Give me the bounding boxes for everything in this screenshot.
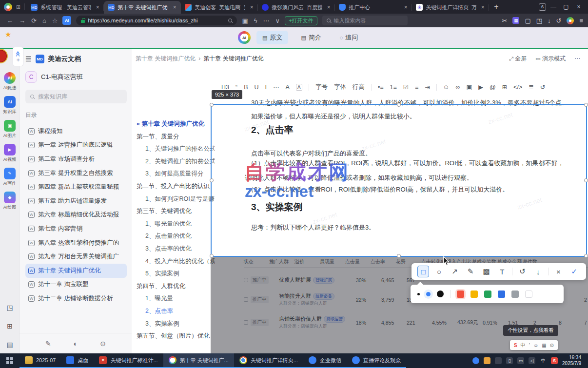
- url-text[interactable]: https://os.medeyun.com/file/zhishiku/cla…: [88, 18, 225, 23]
- ai-doc-tab[interactable]: ◌ 追问: [334, 31, 364, 44]
- tray-icon[interactable]: ▯: [506, 357, 513, 364]
- toc-item[interactable]: 2、关键词推广的扣费公式: [137, 155, 215, 168]
- toc-item[interactable]: 1、如何判定ROI是亏是赚: [137, 193, 215, 206]
- taskbar-app[interactable]: 桌面: [61, 353, 94, 368]
- editor-tool[interactable]: 字号: [315, 83, 328, 91]
- column-header[interactable]: 点击量: [345, 258, 371, 265]
- toc-item[interactable]: 1、关键词推广的排名公式: [137, 143, 215, 155]
- toolbar-icon[interactable]: ◳: [536, 17, 542, 24]
- toolbar-icon[interactable]: ⋯: [263, 17, 270, 24]
- ime-toolbar-icon[interactable]: ☺: [533, 343, 538, 348]
- taskbar-app[interactable]: 2025-07: [20, 353, 61, 368]
- browser-logo-icon[interactable]: [4, 3, 12, 11]
- open-file-button[interactable]: +打开文件: [285, 16, 317, 25]
- tab-close-icon[interactable]: ×: [248, 4, 255, 11]
- palette-swatch[interactable]: [484, 291, 491, 298]
- toolbar-icon[interactable]: ▣: [242, 17, 248, 24]
- chapter-item[interactable]: W 第十二章 店铺诊断数据分析: [25, 291, 127, 306]
- tray-icon[interactable]: 中: [540, 357, 547, 364]
- tab-close-icon[interactable]: ×: [325, 4, 332, 11]
- annotation-tool[interactable]: [512, 268, 512, 275]
- rail-collapse-control[interactable]: ≪ ✛: [13, 47, 23, 66]
- selection-handle[interactable]: [397, 254, 401, 258]
- editor-tool[interactable]: I: [265, 84, 267, 91]
- palette-swatch[interactable]: [511, 291, 519, 298]
- selection-handle[interactable]: [584, 254, 588, 258]
- column-header[interactable]: 溢价: [294, 258, 320, 265]
- editor-tool[interactable]: ⊞: [502, 83, 507, 91]
- tray-icon[interactable]: S: [551, 357, 558, 364]
- knowledge-search-box[interactable]: 搜索知识库: [25, 90, 127, 103]
- editor-tool[interactable]: ↺: [540, 83, 545, 91]
- chapter-item[interactable]: W 第七章 内容营销: [25, 222, 127, 236]
- row-checkbox[interactable]: [244, 320, 248, 325]
- editor-tool[interactable]: ≣: [529, 83, 533, 91]
- pin-icon[interactable]: ✛: [17, 58, 20, 62]
- editor-tool[interactable]: •≡: [378, 84, 384, 91]
- browser-tab[interactable]: MD 系统管理 - 美迪云管理 ×: [27, 1, 104, 14]
- annotation-tool[interactable]: T: [496, 266, 508, 277]
- ime-toolbar-icon[interactable]: 中: [521, 342, 526, 349]
- selection-handle[interactable]: [584, 178, 588, 182]
- column-header[interactable]: 展现量: [320, 258, 345, 265]
- taskbar-clock[interactable]: 16:34 2025/7/9: [562, 355, 584, 367]
- toc-title[interactable]: « 第十章 关键词推广优化: [137, 118, 215, 131]
- chapter-item[interactable]: W 第六章 标题精细优化及活动报: [25, 208, 127, 222]
- column-header[interactable]: 推广人群: [269, 258, 294, 265]
- chapter-item[interactable]: W 课程须知: [25, 124, 127, 138]
- annotation-tool[interactable]: ○: [433, 266, 445, 277]
- editor-tool[interactable]: ⋯: [273, 83, 279, 91]
- taskbar-app[interactable]: 企业微信: [303, 353, 347, 368]
- browser-tab[interactable]: 推广中心 ×: [335, 1, 412, 14]
- palette-swatch[interactable]: [470, 291, 478, 298]
- browser-tab[interactable]: 微强澳门风云_百度搜索 ×: [258, 1, 335, 14]
- editor-tool[interactable]: B: [244, 84, 248, 91]
- rail-tool-item[interactable]: ▶ AI视频: [3, 144, 17, 163]
- tray-icon[interactable]: [495, 357, 502, 364]
- toolbar-icon[interactable]: ▦: [512, 17, 519, 24]
- nav-icon[interactable]: ⌂: [42, 17, 46, 24]
- annotation-tool[interactable]: □: [417, 266, 429, 277]
- tray-icon[interactable]: [484, 357, 490, 364]
- palette-swatch[interactable]: [498, 291, 505, 298]
- nav-icon[interactable]: ⟳: [31, 17, 37, 24]
- chapter-item[interactable]: W 第五章 助力店铺流量爆发: [25, 194, 127, 208]
- sidebar-footer-icon[interactable]: ◐: [74, 340, 78, 348]
- browser-tab[interactable]: 美迪创客_美迪电商_美 ×: [181, 1, 258, 14]
- rail-tool-item[interactable]: ◆ AI绘图: [3, 192, 17, 211]
- toolbar-icon[interactable]: ↓: [548, 17, 551, 24]
- tab-close-icon[interactable]: ×: [171, 4, 178, 11]
- toc-item[interactable]: 第一节、质量分: [137, 131, 215, 143]
- chapter-item[interactable]: W 第四章 新品上架获取流量秘籍: [25, 180, 127, 194]
- editor-tool[interactable]: 1≡: [390, 84, 397, 91]
- sidebar-footer-icon[interactable]: ✎: [45, 340, 51, 348]
- toc-item[interactable]: 第二节、投入产出比的认识: [137, 180, 215, 193]
- window-control-button[interactable]: ▢: [561, 2, 571, 12]
- ime-toolbar-icon[interactable]: S: [514, 343, 517, 348]
- ime-toolbar-icon[interactable]: ’: [529, 343, 530, 348]
- editor-tool[interactable]: A: [296, 84, 302, 91]
- toc-item[interactable]: 4、投入产出比的优化（观察7天/15: [137, 255, 215, 268]
- ai-assistant-icon[interactable]: AI: [62, 16, 71, 25]
- nav-icon[interactable]: ☆: [52, 17, 58, 24]
- editor-tool[interactable]: ☑: [403, 83, 409, 91]
- browser-tab[interactable]: ✳ 关键词推广详情页_万相 ×: [412, 1, 489, 14]
- toolbar-icon[interactable]: ϟ: [254, 17, 257, 24]
- annotation-tool[interactable]: ↓: [532, 266, 544, 277]
- ime-toolbar-icon[interactable]: ⊙: [550, 343, 554, 348]
- editor-tool[interactable]: ∞: [456, 84, 460, 91]
- chapter-item[interactable]: W 第一章 运营推广的底层逻辑: [25, 138, 127, 153]
- rail-bottom-icon[interactable]: ⊞: [7, 322, 13, 330]
- sidebar-menu-icon[interactable]: ☰: [25, 55, 32, 63]
- ai-doc-tab[interactable]: ▤ 简介: [295, 31, 327, 44]
- annotation-tool[interactable]: ✓: [568, 266, 580, 277]
- new-tab-button[interactable]: +: [494, 2, 498, 11]
- toolbar-icon[interactable]: ≡: [579, 17, 583, 24]
- row-checkbox[interactable]: [244, 297, 248, 302]
- window-control-button[interactable]: ×: [573, 2, 584, 12]
- column-header[interactable]: 点击率: [371, 258, 396, 265]
- nav-icon[interactable]: ←: [7, 17, 13, 24]
- annotation-tool[interactable]: ×: [552, 266, 564, 277]
- editor-tool[interactable]: ▶: [478, 83, 483, 91]
- taskbar-app[interactable]: 直播评论及观众: [347, 353, 406, 368]
